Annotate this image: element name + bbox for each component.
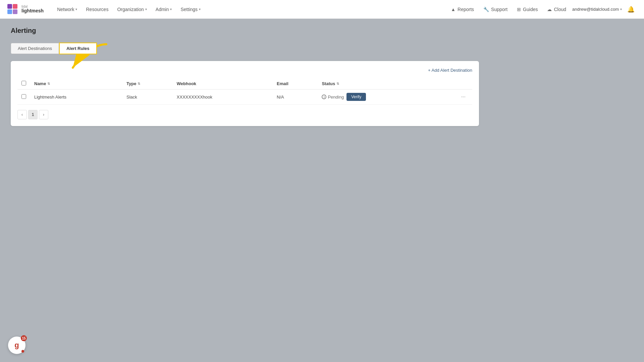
logo-text: tidal lightmesh <box>21 5 44 13</box>
navbar: tidal lightmesh Network ▾ Resources Orga… <box>0 0 644 19</box>
nav-resources[interactable]: Resources <box>82 5 112 14</box>
verify-button[interactable]: Verify <box>346 93 366 101</box>
chevron-down-icon: ▾ <box>199 7 201 11</box>
table-header-bar: + Add Alert Destination <box>17 68 472 73</box>
table-card: + Add Alert Destination Name ⇅ <box>11 61 479 126</box>
col-header-status: Status ⇅ <box>318 78 437 89</box>
row-email: N/A <box>273 89 318 105</box>
pagination-next[interactable]: › <box>39 110 48 119</box>
row-actions-menu[interactable]: ··· <box>441 94 468 100</box>
nav-network[interactable]: Network ▾ <box>53 5 81 14</box>
col-header-name: Name ⇅ <box>30 78 122 89</box>
main-container: Alerting Alert Destinations Alert Rules … <box>0 19 490 134</box>
g-count: 15 <box>21 335 27 341</box>
svg-rect-2 <box>7 9 12 14</box>
nav-right: ▲ Reports 🔧 Support ⊞ Guides ☁ Cloud and… <box>447 4 637 14</box>
cloud-icon: ☁ <box>547 7 552 12</box>
svg-rect-1 <box>13 4 17 9</box>
sort-icon: ⇅ <box>336 82 339 85</box>
wrench-icon: 🔧 <box>483 7 489 12</box>
row-type: Slack <box>122 89 173 105</box>
grid-icon: ⊞ <box>517 7 521 12</box>
bell-icon[interactable]: 🔔 <box>625 4 637 14</box>
row-webhook: XXXXXXXXXhook <box>173 89 273 105</box>
row-actions-cell: ··· <box>437 89 472 105</box>
nav-items: Network ▾ Resources Organization ▾ Admin… <box>53 5 446 14</box>
add-alert-destination-button[interactable]: + Add Alert Destination <box>428 68 472 73</box>
col-header-email: Email <box>273 78 318 89</box>
g-dot <box>21 350 24 353</box>
chevron-down-icon: ▾ <box>620 7 622 11</box>
nav-cloud[interactable]: ☁ Cloud <box>544 5 570 14</box>
col-header-webhook: Webhook <box>173 78 273 89</box>
logo-icon <box>7 3 19 15</box>
svg-rect-0 <box>7 4 12 9</box>
svg-rect-3 <box>13 9 17 14</box>
row-checkbox-cell <box>17 89 30 105</box>
row-status: ℹ Pending Verify <box>318 89 437 105</box>
data-table: Name ⇅ Type ⇅ Webhook Email <box>17 78 472 105</box>
nav-settings[interactable]: Settings ▾ <box>176 5 205 14</box>
pagination: ‹ 1 › <box>17 110 472 119</box>
tab-alert-destinations[interactable]: Alert Destinations <box>11 43 59 54</box>
sort-icon: ⇅ <box>47 82 50 85</box>
nav-support[interactable]: 🔧 Support <box>480 5 511 14</box>
select-all-checkbox[interactable] <box>21 81 26 85</box>
table-header-row: Name ⇅ Type ⇅ Webhook Email <box>17 78 472 89</box>
pagination-page-1[interactable]: 1 <box>28 110 38 119</box>
nav-organization[interactable]: Organization ▾ <box>113 5 151 14</box>
pagination-prev[interactable]: ‹ <box>17 110 27 119</box>
g-letter: g <box>14 341 19 350</box>
logo-lightmesh: lightmesh <box>21 8 44 13</box>
bottom-badge: g 15 <box>8 337 25 354</box>
col-header-actions <box>437 78 472 89</box>
chevron-down-icon: ▾ <box>145 7 147 11</box>
chart-icon: ▲ <box>451 7 455 12</box>
sort-icon: ⇅ <box>138 82 140 85</box>
logo[interactable]: tidal lightmesh <box>7 3 44 15</box>
nav-guides[interactable]: ⊞ Guides <box>514 5 541 14</box>
row-checkbox[interactable] <box>21 94 26 99</box>
info-icon: ℹ <box>322 95 326 99</box>
row-name: Lightmesh Alerts <box>30 89 122 105</box>
select-all-checkbox-header <box>17 78 30 89</box>
tabs-container: Alert Destinations Alert Rules <box>11 43 479 54</box>
tab-alert-rules[interactable]: Alert Rules <box>59 43 97 54</box>
g-badge-button[interactable]: g 15 <box>8 337 25 354</box>
chevron-down-icon: ▾ <box>170 7 172 11</box>
table-row: Lightmesh Alerts Slack XXXXXXXXXhook N/A <box>17 89 472 105</box>
col-header-type: Type ⇅ <box>122 78 173 89</box>
nav-admin[interactable]: Admin ▾ <box>152 5 176 14</box>
page-title: Alerting <box>11 27 479 35</box>
user-email[interactable]: andrew@tidalcloud.com ▾ <box>572 7 622 12</box>
status-badge: ℹ Pending <box>322 95 344 100</box>
chevron-down-icon: ▾ <box>75 7 77 11</box>
nav-reports[interactable]: ▲ Reports <box>447 5 477 14</box>
